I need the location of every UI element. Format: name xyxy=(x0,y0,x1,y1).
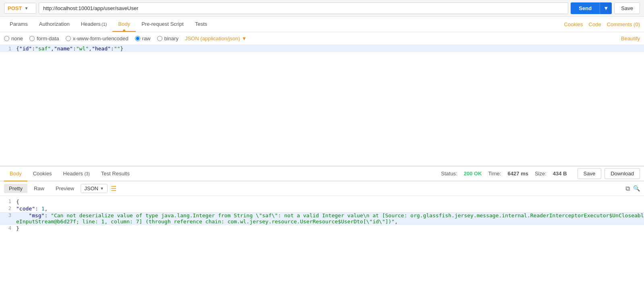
tab-headers[interactable]: Headers(1) xyxy=(75,17,113,32)
response-save-button[interactable]: Save xyxy=(578,168,602,179)
resp-line-2: 2 "code": 1, xyxy=(0,205,644,212)
code-link[interactable]: Code xyxy=(589,21,601,27)
send-dropdown-button[interactable]: ▼ xyxy=(600,2,612,14)
url-input[interactable] xyxy=(39,2,568,14)
send-button[interactable]: Send xyxy=(571,2,600,14)
request-tabs-right: Cookies Code Comments (0) xyxy=(564,21,640,27)
option-none[interactable]: none xyxy=(4,35,23,42)
resp-tab-body[interactable]: Body xyxy=(4,167,27,181)
json-type-select[interactable]: JSON (application/json) ▼ xyxy=(185,35,247,42)
format-tab-preview[interactable]: Preview xyxy=(51,184,79,193)
method-select[interactable]: POST ▼ xyxy=(4,3,36,14)
option-raw[interactable]: raw xyxy=(135,35,151,42)
method-label: POST xyxy=(8,5,22,11)
request-tabs-bar: Params Authorization Headers(1) Body Pre… xyxy=(0,17,644,32)
body-options-bar: none form-data x-www-form-urlencoded raw… xyxy=(0,32,644,45)
response-format-bar: Pretty Raw Preview JSON ▼ ☰ ⧉ 🔍 xyxy=(0,181,644,196)
option-urlencoded[interactable]: x-www-form-urlencoded xyxy=(66,35,129,42)
json-type-chevron-icon: ▼ xyxy=(241,35,247,42)
option-binary[interactable]: binary xyxy=(157,35,179,42)
format-chevron-icon: ▼ xyxy=(100,186,104,191)
option-form-data[interactable]: form-data xyxy=(29,35,59,42)
request-body-editor[interactable]: 1 {"id":"saf","name":"wl","head":""} xyxy=(0,45,644,166)
format-tab-raw[interactable]: Raw xyxy=(29,184,49,193)
tab-params[interactable]: Params xyxy=(4,17,33,32)
send-btn-group: Send ▼ xyxy=(571,2,612,14)
tab-pre-request-script[interactable]: Pre-request Script xyxy=(136,17,189,32)
beautify-button[interactable]: Beautify xyxy=(621,35,640,42)
resp-line-4: 4 } xyxy=(0,225,644,232)
response-meta: Status: 200 OK Time: 6427 ms Size: 434 B… xyxy=(441,168,640,179)
resp-tab-test-results[interactable]: Test Results xyxy=(96,167,135,181)
response-tabs-bar: Body Cookies Headers (3) Test Results St… xyxy=(0,167,644,181)
cookies-link[interactable]: Cookies xyxy=(564,21,583,27)
download-button[interactable]: Download xyxy=(605,168,640,179)
comments-link[interactable]: Comments (0) xyxy=(607,21,640,27)
method-chevron-icon: ▼ xyxy=(24,6,28,10)
top-bar: POST ▼ Send ▼ Save xyxy=(0,0,644,17)
resp-line-3: 3 "msg": "Can not deserialize value of t… xyxy=(0,212,644,225)
tab-tests[interactable]: Tests xyxy=(189,17,213,32)
resp-line-1: 1 { xyxy=(0,198,644,205)
format-tab-pretty[interactable]: Pretty xyxy=(4,184,27,193)
response-status: Status: 200 OK Time: 6427 ms Size: 434 B xyxy=(441,171,571,177)
response-body: 1 { 2 "code": 1, 3 "msg": "Can not deser… xyxy=(0,196,644,234)
editor-line-1: 1 {"id":"saf","name":"wl","head":""} xyxy=(0,45,644,52)
resp-tab-cookies[interactable]: Cookies xyxy=(27,167,58,181)
response-actions: Save Download xyxy=(578,168,640,179)
response-format-left: Pretty Raw Preview JSON ▼ ☰ xyxy=(4,184,116,193)
tab-body[interactable]: Body xyxy=(112,17,136,32)
response-tabs-left: Body Cookies Headers (3) Test Results xyxy=(4,167,135,181)
filter-icon[interactable]: ☰ xyxy=(111,185,116,192)
resp-tab-headers[interactable]: Headers (3) xyxy=(58,167,96,181)
search-icon[interactable]: 🔍 xyxy=(633,185,640,192)
copy-icon[interactable]: ⧉ xyxy=(625,185,630,192)
response-format-select[interactable]: JSON ▼ xyxy=(81,184,108,193)
response-format-right: ⧉ 🔍 xyxy=(625,185,640,192)
save-request-button[interactable]: Save xyxy=(614,2,640,14)
request-tabs-left: Params Authorization Headers(1) Body Pre… xyxy=(4,17,213,32)
tab-authorization[interactable]: Authorization xyxy=(33,17,75,32)
